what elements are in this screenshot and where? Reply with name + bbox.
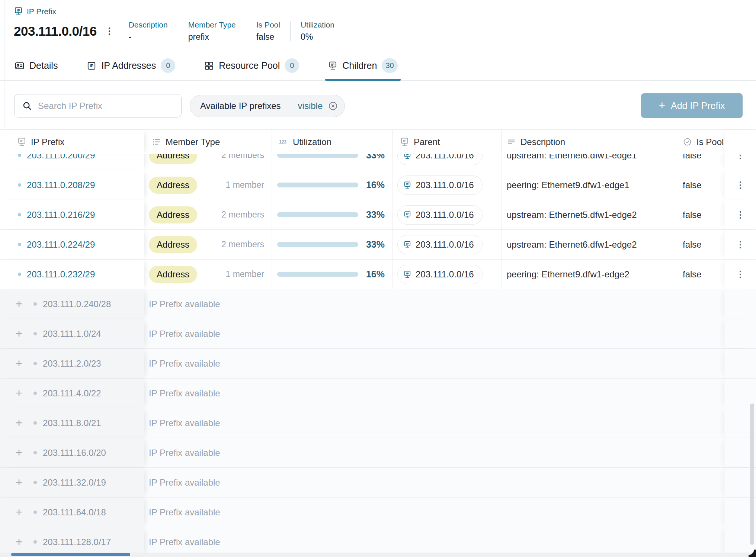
summary-description: Description -: [129, 20, 168, 42]
add-ip-prefix-button[interactable]: + Add IP Prefix: [641, 93, 743, 118]
add-available-prefix-button[interactable]: +: [13, 417, 25, 429]
summary-value: prefix: [188, 32, 236, 42]
row-kebab-menu-button[interactable]: [736, 180, 745, 190]
tab-ip-addresses[interactable]: IP IP Addresses 0: [86, 56, 176, 80]
tab-label: Details: [29, 60, 58, 71]
member-type-badge: Address: [149, 154, 197, 164]
member-count: 1 member: [225, 180, 264, 190]
column-header-is-pool[interactable]: Is Pool: [678, 130, 724, 154]
search-input[interactable]: [38, 101, 174, 111]
parent-prefix-pill[interactable]: IP 203.111.0.0/16: [397, 154, 483, 165]
children-table: IP IP Prefix Member Type 123 Utilization…: [0, 129, 756, 557]
cell-description: upstream: Ethernet6.dfw1-edge1: [502, 154, 678, 170]
available-prefix-row: + 203.111.4.0/22 IP Prefix available: [0, 379, 756, 408]
ip-prefix-link[interactable]: 203.111.0.224/29: [27, 239, 95, 250]
filter-chip-label: Available IP prefixes: [190, 101, 290, 111]
available-prefix-row: + 203.111.8.0/21 IP Prefix available: [0, 408, 756, 438]
column-header-description[interactable]: Description: [502, 130, 678, 154]
search-box[interactable]: [14, 94, 182, 117]
row-kebab-menu-button[interactable]: [736, 154, 745, 160]
vertical-scrollbar-thumb[interactable]: [750, 403, 754, 545]
row-kebab-menu-button[interactable]: [736, 240, 745, 249]
horizontal-scrollbar-thumb[interactable]: [11, 553, 130, 556]
summary-divider: [290, 21, 291, 41]
summary-divider: [246, 21, 246, 41]
title-kebab-menu-button[interactable]: [105, 26, 114, 36]
table-row: 203.111.0.200/29 Address 2 members 33% I…: [0, 154, 756, 170]
cell-member-type: Address 2 members: [144, 154, 272, 170]
tab-details[interactable]: Details: [14, 56, 58, 80]
parent-prefix-pill[interactable]: IP 203.111.0.0/16: [397, 235, 483, 254]
utilization-bar: [277, 272, 358, 277]
ip-prefix-link[interactable]: 203.111.0.208/29: [27, 180, 95, 190]
ip-prefix-link[interactable]: 203.111.0.200/29: [27, 154, 95, 161]
row-kebab-menu-button[interactable]: [736, 270, 745, 279]
parent-prefix-pill[interactable]: IP 203.111.0.0/16: [397, 265, 483, 284]
add-available-prefix-button[interactable]: +: [13, 447, 25, 458]
add-available-prefix-button[interactable]: +: [13, 298, 25, 310]
status-dot-icon: [33, 332, 37, 335]
member-type-badge: Address: [149, 177, 197, 194]
ip-prefix-link[interactable]: 203.111.0.232/29: [27, 269, 95, 280]
cell-actions: [724, 289, 756, 319]
column-label: Description: [520, 137, 565, 147]
tab-resource-pool[interactable]: Resource Pool 0: [204, 56, 300, 80]
cell-actions: [724, 349, 756, 378]
column-header-ip-prefix[interactable]: IP IP Prefix: [0, 130, 144, 154]
add-available-prefix-button[interactable]: +: [13, 477, 25, 488]
parent-prefix-pill[interactable]: IP 203.111.0.0/16: [397, 176, 483, 195]
horizontal-scrollbar-track[interactable]: [0, 553, 756, 557]
available-prefix-row: + 203.111.1.0/24 IP Prefix available: [0, 319, 756, 349]
kebab-icon: [736, 154, 745, 160]
tab-label: Resource Pool: [219, 60, 280, 71]
member-count: 2 members: [221, 210, 264, 220]
breadcrumb[interactable]: IP IP Prefix: [14, 7, 756, 16]
status-dot-icon: [33, 302, 37, 306]
status-dot-icon: [33, 481, 37, 484]
filter-chip-available-prefixes[interactable]: Available IP prefixes visible: [190, 95, 345, 117]
row-kebab-menu-button[interactable]: [736, 210, 745, 220]
column-header-member-type[interactable]: Member Type: [144, 130, 272, 154]
add-available-prefix-button[interactable]: +: [13, 506, 25, 518]
table-row: 203.111.0.232/29 Address 1 member 16% IP…: [0, 260, 756, 289]
available-status-text: IP Prefix available: [144, 349, 724, 378]
available-prefix-label: 203.111.32.0/19: [43, 477, 106, 488]
utilization-percent: 33%: [366, 154, 385, 161]
column-header-parent[interactable]: IP Parent: [393, 130, 502, 154]
tab-label: IP Addresses: [101, 60, 156, 71]
summary-label: Description: [129, 20, 168, 29]
check-circle-icon: [683, 137, 692, 147]
column-header-utilization[interactable]: 123 Utilization: [272, 130, 393, 154]
status-dot-icon: [18, 213, 21, 216]
available-status-text: IP Prefix available: [144, 319, 724, 348]
add-available-prefix-button[interactable]: +: [13, 387, 25, 399]
table-body: 203.111.0.200/29 Address 2 members 33% I…: [0, 154, 756, 557]
cell-description: upstream: Ethernet6.dfw1-edge2: [502, 230, 678, 259]
kebab-icon: [736, 270, 745, 279]
add-available-prefix-button[interactable]: +: [13, 358, 25, 369]
page-header: IP IP Prefix 203.111.0.0/16 Description …: [0, 0, 756, 42]
parent-prefix-pill[interactable]: IP 203.111.0.0/16: [397, 205, 483, 225]
cell-actions: [724, 154, 756, 170]
ip-prefix-link[interactable]: 203.111.0.216/29: [27, 210, 95, 220]
close-circle-icon[interactable]: [328, 101, 345, 111]
summary-label: Is Pool: [256, 20, 280, 29]
add-available-prefix-button[interactable]: +: [13, 328, 25, 339]
add-available-prefix-button[interactable]: +: [13, 536, 25, 548]
kebab-icon: [736, 180, 745, 190]
available-prefix-row: + 203.111.64.0/18 IP Prefix available: [0, 498, 756, 527]
available-prefix-row: + 203.111.16.0/20 IP Prefix available: [0, 438, 756, 468]
status-dot-icon: [33, 540, 37, 544]
parent-prefix-label: 203.111.0.0/16: [416, 210, 474, 220]
member-count: 1 member: [225, 269, 264, 279]
summary-divider: [178, 21, 178, 41]
summary-member-type: Member Type prefix: [188, 20, 236, 42]
svg-text:123: 123: [279, 139, 286, 145]
cell-utilization: 16%: [272, 170, 393, 200]
add-button-label: Add IP Prefix: [671, 100, 725, 111]
ip-network-icon: IP: [403, 270, 411, 278]
page-title: 203.111.0.0/16: [14, 24, 97, 39]
tab-bar: Details IP IP Addresses 0 Resource Pool …: [0, 56, 756, 81]
tab-children[interactable]: IP Children 30: [327, 56, 398, 80]
summary-value: -: [129, 32, 168, 42]
